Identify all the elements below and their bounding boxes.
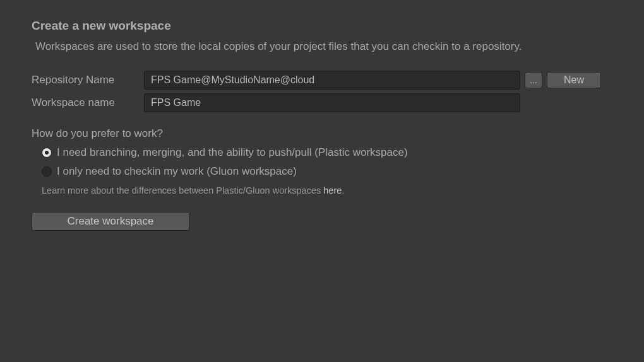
learn-more-prefix: Learn more about the differences between… — [42, 185, 323, 196]
radio-label: I need branching, merging, and the abili… — [57, 146, 408, 159]
work-preference-question: How do you prefer to work? — [32, 127, 612, 140]
workspace-field-row: Workspace name — [32, 93, 612, 112]
workspace-label: Workspace name — [32, 96, 144, 109]
new-repository-button[interactable]: New — [547, 72, 601, 88]
radio-option-gluon[interactable]: I only need to checkin my work (Gluon wo… — [42, 165, 612, 178]
repository-label: Repository Name — [32, 74, 144, 86]
radio-label: I only need to checkin my work (Gluon wo… — [57, 165, 297, 178]
radio-option-plastic[interactable]: I need branching, merging, and the abili… — [42, 146, 612, 159]
browse-repository-button[interactable]: ... — [525, 72, 542, 88]
page-title: Create a new workspace — [32, 19, 612, 33]
learn-more-link[interactable]: here — [323, 185, 342, 196]
learn-more-suffix: . — [342, 185, 344, 196]
repository-name-input[interactable] — [144, 71, 520, 90]
radio-icon — [42, 148, 52, 158]
learn-more-text: Learn more about the differences between… — [42, 185, 612, 196]
page-description: Workspaces are used to store the local c… — [35, 40, 612, 53]
create-workspace-button[interactable]: Create workspace — [32, 212, 189, 231]
repository-field-row: Repository Name ... New — [32, 71, 612, 90]
workspace-name-input[interactable] — [144, 93, 520, 112]
radio-icon — [42, 166, 52, 177]
